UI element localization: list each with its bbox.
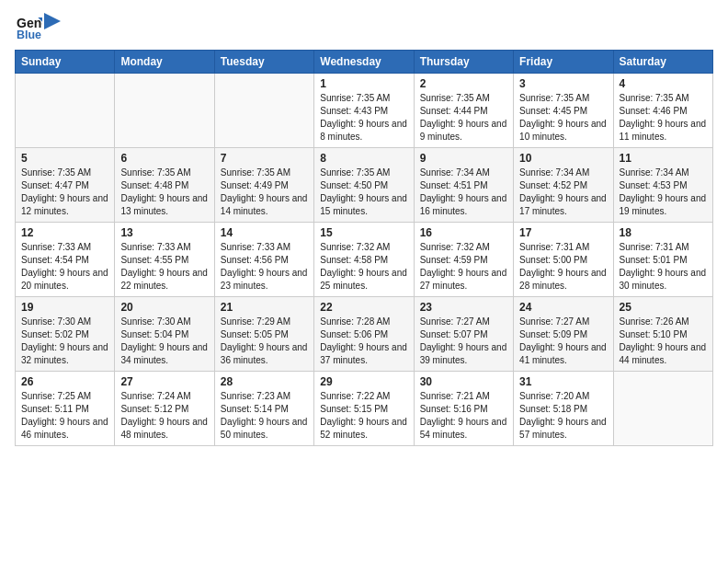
day-number: 31: [519, 375, 607, 388]
day-number: 19: [21, 301, 108, 314]
calendar-cell: 30Sunrise: 7:21 AMSunset: 5:16 PMDayligh…: [414, 372, 513, 446]
calendar-cell: 5Sunrise: 7:35 AMSunset: 4:47 PMDaylight…: [16, 148, 115, 223]
logo: General Blue: [15, 15, 61, 40]
logo-arrow-icon: [44, 13, 61, 29]
weekday-header-friday: Friday: [514, 51, 613, 74]
day-info: Sunrise: 7:30 AMSunset: 5:02 PMDaylight:…: [21, 316, 108, 367]
calendar-cell: 15Sunrise: 7:32 AMSunset: 4:58 PMDayligh…: [314, 223, 414, 297]
calendar-week-row: 12Sunrise: 7:33 AMSunset: 4:54 PMDayligh…: [16, 223, 713, 297]
day-info: Sunrise: 7:26 AMSunset: 5:10 PMDaylight:…: [620, 316, 707, 367]
day-info: Sunrise: 7:35 AMSunset: 4:49 PMDaylight:…: [221, 167, 308, 218]
day-info: Sunrise: 7:31 AMSunset: 5:01 PMDaylight:…: [620, 241, 707, 293]
day-number: 2: [420, 77, 507, 90]
calendar-cell: 24Sunrise: 7:27 AMSunset: 5:09 PMDayligh…: [514, 297, 613, 372]
day-number: 24: [519, 301, 607, 314]
calendar-cell: 21Sunrise: 7:29 AMSunset: 5:05 PMDayligh…: [214, 297, 313, 372]
day-number: 8: [320, 152, 407, 165]
day-info: Sunrise: 7:35 AMSunset: 4:43 PMDaylight:…: [320, 92, 407, 144]
day-number: 25: [620, 301, 707, 314]
day-info: Sunrise: 7:20 AMSunset: 5:18 PMDaylight:…: [519, 390, 607, 442]
calendar-cell: 4Sunrise: 7:35 AMSunset: 4:46 PMDaylight…: [613, 74, 712, 148]
day-number: 15: [320, 226, 407, 239]
calendar-cell: 20Sunrise: 7:30 AMSunset: 5:04 PMDayligh…: [115, 297, 214, 372]
day-number: 17: [519, 226, 607, 239]
weekday-header-thursday: Thursday: [414, 51, 513, 74]
day-info: Sunrise: 7:27 AMSunset: 5:09 PMDaylight:…: [519, 316, 607, 367]
day-info: Sunrise: 7:28 AMSunset: 5:06 PMDaylight:…: [320, 316, 407, 367]
calendar-cell: 19Sunrise: 7:30 AMSunset: 5:02 PMDayligh…: [16, 297, 115, 372]
calendar-cell: 27Sunrise: 7:24 AMSunset: 5:12 PMDayligh…: [115, 372, 214, 446]
day-number: 3: [519, 77, 607, 90]
day-number: 28: [221, 375, 308, 388]
day-number: 9: [420, 152, 507, 165]
weekday-header-row: SundayMondayTuesdayWednesdayThursdayFrid…: [16, 51, 713, 74]
day-info: Sunrise: 7:23 AMSunset: 5:14 PMDaylight:…: [221, 390, 308, 442]
day-info: Sunrise: 7:32 AMSunset: 4:59 PMDaylight:…: [420, 241, 507, 293]
day-info: Sunrise: 7:33 AMSunset: 4:54 PMDaylight:…: [21, 241, 108, 293]
day-number: 4: [620, 77, 707, 90]
day-info: Sunrise: 7:27 AMSunset: 5:07 PMDaylight:…: [420, 316, 507, 367]
day-number: 30: [420, 375, 507, 388]
day-info: Sunrise: 7:35 AMSunset: 4:47 PMDaylight:…: [21, 167, 108, 218]
day-number: 27: [120, 375, 208, 388]
day-info: Sunrise: 7:25 AMSunset: 5:11 PMDaylight:…: [21, 390, 108, 442]
calendar-cell: 28Sunrise: 7:23 AMSunset: 5:14 PMDayligh…: [214, 372, 313, 446]
calendar-cell: 14Sunrise: 7:33 AMSunset: 4:56 PMDayligh…: [214, 223, 313, 297]
day-number: 14: [221, 226, 308, 239]
calendar-table: SundayMondayTuesdayWednesdayThursdayFrid…: [15, 50, 713, 446]
weekday-header-wednesday: Wednesday: [314, 51, 414, 74]
calendar-cell: 10Sunrise: 7:34 AMSunset: 4:52 PMDayligh…: [514, 148, 613, 223]
calendar-cell: 17Sunrise: 7:31 AMSunset: 5:00 PMDayligh…: [514, 223, 613, 297]
weekday-header-tuesday: Tuesday: [214, 51, 313, 74]
logo-icon: General Blue: [17, 15, 42, 40]
day-info: Sunrise: 7:35 AMSunset: 4:48 PMDaylight:…: [120, 167, 208, 218]
day-number: 26: [21, 375, 108, 388]
calendar-cell: 12Sunrise: 7:33 AMSunset: 4:54 PMDayligh…: [16, 223, 115, 297]
calendar-cell: 23Sunrise: 7:27 AMSunset: 5:07 PMDayligh…: [414, 297, 513, 372]
day-number: 23: [420, 301, 507, 314]
calendar-week-row: 1Sunrise: 7:35 AMSunset: 4:43 PMDaylight…: [16, 74, 713, 148]
day-info: Sunrise: 7:34 AMSunset: 4:53 PMDaylight:…: [620, 167, 707, 218]
day-number: 18: [620, 226, 707, 239]
page: General Blue SundayMondayTuesdayWednesda…: [0, 0, 728, 455]
calendar-cell: [214, 74, 313, 148]
calendar-cell: [16, 74, 115, 148]
calendar-cell: 25Sunrise: 7:26 AMSunset: 5:10 PMDayligh…: [613, 297, 712, 372]
calendar-cell: 3Sunrise: 7:35 AMSunset: 4:45 PMDaylight…: [514, 74, 613, 148]
day-number: 6: [120, 152, 208, 165]
day-info: Sunrise: 7:31 AMSunset: 5:00 PMDaylight:…: [519, 241, 607, 293]
day-info: Sunrise: 7:21 AMSunset: 5:16 PMDaylight:…: [420, 390, 507, 442]
calendar-cell: 29Sunrise: 7:22 AMSunset: 5:15 PMDayligh…: [314, 372, 414, 446]
calendar-cell: 6Sunrise: 7:35 AMSunset: 4:48 PMDaylight…: [115, 148, 214, 223]
calendar-cell: 2Sunrise: 7:35 AMSunset: 4:44 PMDaylight…: [414, 74, 513, 148]
day-info: Sunrise: 7:35 AMSunset: 4:45 PMDaylight:…: [519, 92, 607, 144]
day-info: Sunrise: 7:33 AMSunset: 4:55 PMDaylight:…: [120, 241, 208, 293]
calendar-week-row: 26Sunrise: 7:25 AMSunset: 5:11 PMDayligh…: [16, 372, 713, 446]
calendar-cell: 22Sunrise: 7:28 AMSunset: 5:06 PMDayligh…: [314, 297, 414, 372]
day-number: 1: [320, 77, 407, 90]
day-info: Sunrise: 7:34 AMSunset: 4:52 PMDaylight:…: [519, 167, 607, 218]
calendar-cell: 1Sunrise: 7:35 AMSunset: 4:43 PMDaylight…: [314, 74, 414, 148]
day-number: 29: [320, 375, 407, 388]
day-info: Sunrise: 7:22 AMSunset: 5:15 PMDaylight:…: [320, 390, 407, 442]
calendar-cell: 16Sunrise: 7:32 AMSunset: 4:59 PMDayligh…: [414, 223, 513, 297]
day-info: Sunrise: 7:29 AMSunset: 5:05 PMDaylight:…: [221, 316, 308, 367]
day-info: Sunrise: 7:35 AMSunset: 4:44 PMDaylight:…: [420, 92, 507, 144]
calendar-cell: 11Sunrise: 7:34 AMSunset: 4:53 PMDayligh…: [613, 148, 712, 223]
weekday-header-saturday: Saturday: [613, 51, 712, 74]
day-info: Sunrise: 7:32 AMSunset: 4:58 PMDaylight:…: [320, 241, 407, 293]
day-number: 11: [620, 152, 707, 165]
day-number: 20: [120, 301, 208, 314]
calendar-week-row: 5Sunrise: 7:35 AMSunset: 4:47 PMDaylight…: [16, 148, 713, 223]
weekday-header-sunday: Sunday: [16, 51, 115, 74]
header: General Blue: [15, 15, 713, 40]
day-number: 7: [221, 152, 308, 165]
calendar-cell: 31Sunrise: 7:20 AMSunset: 5:18 PMDayligh…: [514, 372, 613, 446]
weekday-header-monday: Monday: [115, 51, 214, 74]
calendar-cell: 18Sunrise: 7:31 AMSunset: 5:01 PMDayligh…: [613, 223, 712, 297]
day-info: Sunrise: 7:24 AMSunset: 5:12 PMDaylight:…: [120, 390, 208, 442]
calendar-cell: 8Sunrise: 7:35 AMSunset: 4:50 PMDaylight…: [314, 148, 414, 223]
day-info: Sunrise: 7:34 AMSunset: 4:51 PMDaylight:…: [420, 167, 507, 218]
day-number: 13: [120, 226, 208, 239]
calendar-cell: 26Sunrise: 7:25 AMSunset: 5:11 PMDayligh…: [16, 372, 115, 446]
